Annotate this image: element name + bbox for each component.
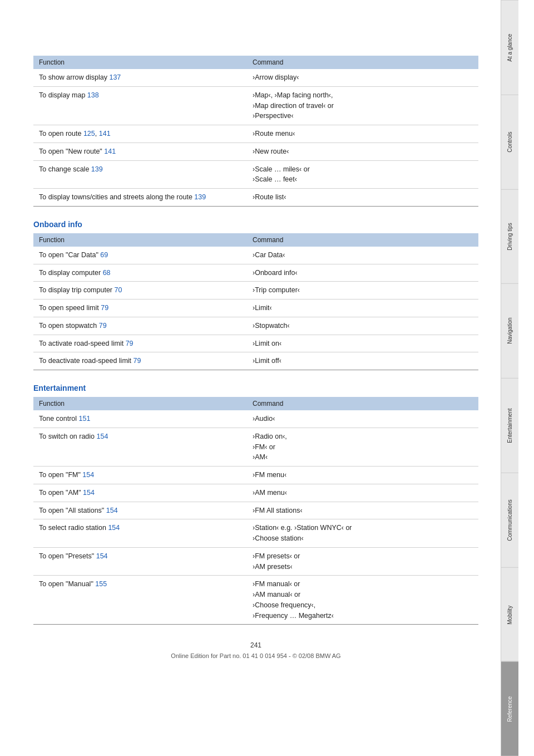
side-tab-mobility[interactable]: Mobility bbox=[501, 567, 518, 662]
page-ref: 154 bbox=[82, 471, 94, 479]
onboard-info-table: Function Command To open "Car Data" 69›C… bbox=[33, 233, 478, 370]
page-ref: 138 bbox=[87, 91, 99, 99]
function-cell: To open "Presets" 154 bbox=[33, 547, 247, 576]
table-row: To open "Car Data" 69›Car Data‹ bbox=[33, 247, 478, 264]
command-cell: ›FM All stations‹ bbox=[247, 502, 478, 519]
function-cell: To open "Car Data" 69 bbox=[33, 247, 247, 264]
page-ref: 137 bbox=[109, 73, 121, 81]
page-ref: 139 bbox=[91, 165, 103, 173]
command-cell: ›Onboard info‹ bbox=[247, 264, 478, 282]
table-row: To display trip computer 70›Trip compute… bbox=[33, 282, 478, 300]
page-ref: 68 bbox=[103, 269, 111, 277]
command-cell: ›Limit‹ bbox=[247, 300, 478, 317]
onboard-col1-header: Function bbox=[33, 233, 247, 247]
page-ref: 79 bbox=[126, 340, 134, 347]
command-cell: ›Car Data‹ bbox=[247, 247, 478, 264]
side-tab-navigation[interactable]: Navigation bbox=[501, 283, 518, 378]
side-tab-communications[interactable]: Communications bbox=[501, 473, 518, 567]
function-cell: To show arrow display 137 bbox=[33, 69, 247, 86]
page-ref: 79 bbox=[134, 357, 141, 365]
function-cell: To open "AM" 154 bbox=[33, 484, 247, 502]
function-cell: To open stopwatch 79 bbox=[33, 317, 247, 335]
page-ref: 154 bbox=[97, 433, 108, 440]
table-row: Tone control 151›Audio‹ bbox=[33, 410, 478, 428]
page-ref: 79 bbox=[101, 304, 108, 312]
page-number: 241 bbox=[33, 641, 478, 649]
onboard-info-heading: Onboard info bbox=[33, 220, 478, 229]
page-ref: 154 bbox=[83, 489, 95, 497]
function-cell: To open "All stations" 154 bbox=[33, 502, 247, 519]
page-footer: Online Edition for Part no. 01 41 0 014 … bbox=[33, 652, 478, 659]
command-cell: ›FM menu‹ bbox=[247, 467, 478, 484]
page-ref: 69 bbox=[100, 251, 108, 259]
table-row: To change scale 139›Scale … miles‹ or ›S… bbox=[33, 160, 478, 189]
function-cell: To select radio station 154 bbox=[33, 519, 247, 548]
command-cell: ›FM presets‹ or ›AM presets‹ bbox=[247, 547, 478, 576]
page-ref: 154 bbox=[106, 507, 118, 514]
function-cell: To open "FM" 154 bbox=[33, 467, 247, 484]
side-tabs: At a glanceControlsDriving tipsNavigatio… bbox=[501, 0, 518, 756]
command-cell: ›AM menu‹ bbox=[247, 484, 478, 502]
function-cell: To open route 125, 141 bbox=[33, 125, 247, 143]
entertainment-col2-header: Command bbox=[247, 397, 478, 410]
command-cell: ›Stopwatch‹ bbox=[247, 317, 478, 335]
table-row: To activate road-speed limit 79›Limit on… bbox=[33, 335, 478, 352]
page-ref: 79 bbox=[99, 322, 107, 330]
command-cell: ›Radio on‹, ›FM‹ or ›AM‹ bbox=[247, 428, 478, 466]
function-cell: To open speed limit 79 bbox=[33, 300, 247, 317]
side-tab-at-a-glance[interactable]: At a glance bbox=[501, 0, 518, 95]
side-tab-driving-tips[interactable]: Driving tips bbox=[501, 189, 518, 284]
entertainment-table: Function Command Tone control 151›Audio‹… bbox=[33, 397, 478, 625]
side-tab-controls[interactable]: Controls bbox=[501, 95, 518, 189]
command-cell: ›New route‹ bbox=[247, 143, 478, 160]
table-row: To open "Manual" 155›FM manual‹ or ›AM m… bbox=[33, 576, 478, 625]
page-ref: 139 bbox=[194, 193, 206, 201]
entertainment-heading: Entertainment bbox=[33, 384, 478, 392]
function-cell: Tone control 151 bbox=[33, 410, 247, 428]
side-tab-reference[interactable]: Reference bbox=[501, 661, 518, 756]
table-row: To open stopwatch 79›Stopwatch‹ bbox=[33, 317, 478, 335]
table-row: To open "FM" 154›FM menu‹ bbox=[33, 467, 478, 484]
function-cell: To open "New route" 141 bbox=[33, 143, 247, 160]
table-row: To display towns/cities and streets alon… bbox=[33, 189, 478, 207]
table-row: To show arrow display 137›Arrow display‹ bbox=[33, 69, 478, 86]
table-row: To select radio station 154›Station‹ e.g… bbox=[33, 519, 478, 548]
command-cell: ›Limit on‹ bbox=[247, 335, 478, 352]
table-row: To display computer 68›Onboard info‹ bbox=[33, 264, 478, 282]
table-row: To deactivate road-speed limit 79›Limit … bbox=[33, 352, 478, 370]
command-cell: ›Scale … miles‹ or ›Scale … feet‹ bbox=[247, 160, 478, 189]
page-ref: 154 bbox=[108, 524, 120, 532]
entertainment-col1-header: Function bbox=[33, 397, 247, 410]
command-cell: ›Map‹, ›Map facing north‹, ›Map directio… bbox=[247, 86, 478, 125]
function-cell: To change scale 139 bbox=[33, 160, 247, 189]
function-cell: To activate road-speed limit 79 bbox=[33, 335, 247, 352]
function-cell: To switch on radio 154 bbox=[33, 428, 247, 466]
table-row: To open "New route" 141›New route‹ bbox=[33, 143, 478, 160]
function-cell: To display trip computer 70 bbox=[33, 282, 247, 300]
page-ref: 141 bbox=[104, 148, 116, 155]
table-row: To open "All stations" 154›FM All statio… bbox=[33, 502, 478, 519]
table-row: To open route 125, 141›Route menu‹ bbox=[33, 125, 478, 143]
table-row: To display map 138›Map‹, ›Map facing nor… bbox=[33, 86, 478, 125]
function-cell: To display map 138 bbox=[33, 86, 247, 125]
table-row: To open "AM" 154›AM menu‹ bbox=[33, 484, 478, 502]
table-row: To open "Presets" 154›FM presets‹ or ›AM… bbox=[33, 547, 478, 576]
side-tab-entertainment[interactable]: Entertainment bbox=[501, 378, 518, 473]
page-ref: 151 bbox=[79, 415, 91, 423]
command-cell: ›Limit off‹ bbox=[247, 352, 478, 370]
command-cell: ›Route menu‹ bbox=[247, 125, 478, 143]
command-cell: ›Audio‹ bbox=[247, 410, 478, 428]
onboard-col2-header: Command bbox=[247, 233, 478, 247]
command-cell: ›Route list‹ bbox=[247, 189, 478, 207]
command-cell: ›Arrow display‹ bbox=[247, 69, 478, 86]
function-cell: To display towns/cities and streets alon… bbox=[33, 189, 247, 207]
page-ref: 154 bbox=[96, 552, 108, 560]
command-cell: ›Trip computer‹ bbox=[247, 282, 478, 300]
page-ref: 141 bbox=[99, 130, 111, 138]
table-row: To open speed limit 79›Limit‹ bbox=[33, 300, 478, 317]
function-cell: To deactivate road-speed limit 79 bbox=[33, 352, 247, 370]
nav-col1-header: Function bbox=[33, 56, 247, 69]
function-cell: To open "Manual" 155 bbox=[33, 576, 247, 625]
page-ref: 155 bbox=[95, 580, 107, 588]
page-ref: 70 bbox=[114, 286, 122, 294]
